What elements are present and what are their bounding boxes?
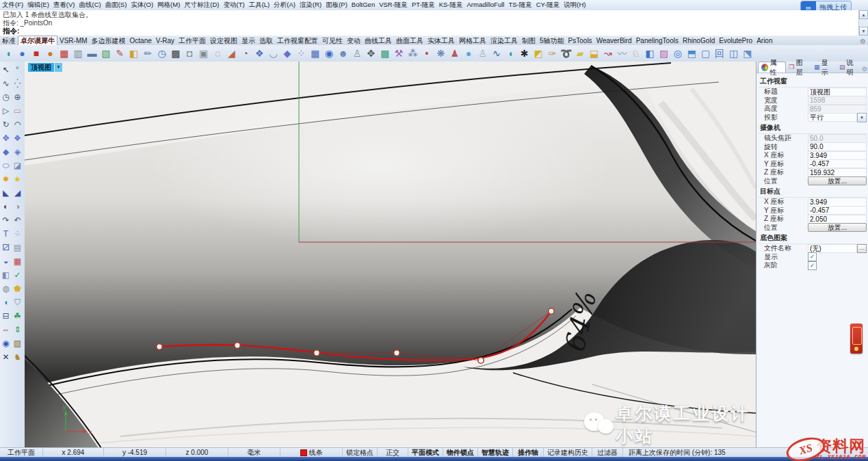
menu-item[interactable]: 查看(V)	[51, 1, 77, 10]
toolbar-tool-icon[interactable]: ⚒	[392, 47, 406, 60]
toolbar-tool-icon[interactable]: ⁘	[294, 47, 308, 60]
toolbar-tool-icon[interactable]: ▧	[99, 47, 113, 60]
menu-item[interactable]: 面板(P)	[324, 1, 350, 10]
palette-tool-icon[interactable]: ◆	[0, 145, 12, 159]
curve-control-point[interactable]	[157, 344, 162, 350]
palette-tool-icon[interactable]: ⬭	[0, 159, 12, 172]
palette-tool-icon[interactable]: ◧	[0, 268, 12, 282]
palette-tool-icon[interactable]: ▷	[0, 104, 12, 118]
menu-item[interactable]: 实体(O)	[129, 1, 155, 10]
toolbar-tool-icon[interactable]: ✥	[364, 47, 378, 60]
palette-tool-icon[interactable]: ◣	[0, 186, 12, 200]
curve-control-point[interactable]	[235, 343, 240, 348]
viewport-canvas[interactable]: 顶视图 ▾	[25, 62, 756, 448]
palette-tool-icon[interactable]: ⛉	[12, 295, 23, 309]
toolbar-tool-icon[interactable]: ▬	[85, 47, 98, 60]
toolbar-tool-icon[interactable]: ◔	[239, 47, 252, 60]
toolbar-tool-icon[interactable]: ❖	[252, 47, 266, 60]
menu-item[interactable]: 渲染(R)	[298, 1, 324, 10]
dropdown-arrow-icon[interactable]: ▾	[857, 113, 867, 122]
ribbon-tab[interactable]: PanelingTools	[634, 36, 681, 45]
ribbon-tab[interactable]: 制图	[520, 36, 538, 45]
status-toggle[interactable]: 记录建构历史	[544, 448, 592, 457]
ribbon-tab[interactable]: EvolutePro	[717, 36, 754, 45]
palette-tool-icon[interactable]: ▭	[12, 104, 23, 118]
toolbar-tool-icon[interactable]: ∿	[490, 47, 503, 60]
menu-item[interactable]: 分析(A)	[272, 1, 298, 10]
palette-tool-icon[interactable]: ⇔	[0, 323, 12, 337]
ribbon-tab[interactable]: 渲染工具	[488, 36, 520, 45]
toolbar-tool-icon[interactable]: ⬓	[587, 47, 601, 60]
palette-tool-icon[interactable]: ⇕	[12, 323, 23, 337]
panel-checkbox[interactable]: ✓	[808, 252, 817, 261]
menu-item[interactable]: 尺寸标注(D)	[182, 1, 221, 10]
menu-item[interactable]: 工具(L)	[247, 1, 272, 10]
place-button[interactable]: 放置...	[808, 176, 867, 185]
toolbar-tool-icon[interactable]: ⬒	[685, 47, 698, 60]
viewport-title[interactable]: 顶视图	[28, 63, 54, 72]
toolbar-tool-icon[interactable]: ▢	[699, 47, 713, 60]
palette-tool-icon[interactable]: ⚂	[0, 241, 12, 254]
panel-value-field[interactable]: (无)	[808, 244, 857, 253]
toolbar-tool-icon[interactable]: ▩	[378, 47, 392, 60]
toolbar-tool-icon[interactable]: ▦	[308, 47, 322, 60]
toolbar-tool-icon[interactable]: ♙	[350, 47, 364, 60]
menu-item[interactable]: TS-随意	[506, 1, 534, 10]
menu-item[interactable]: PT-随意	[410, 1, 437, 10]
palette-tool-icon[interactable]: ◷	[0, 90, 12, 104]
toolbar-tool-icon[interactable]: ◧	[127, 47, 141, 60]
ribbon-tab[interactable]: PsTools	[566, 36, 594, 45]
curve-control-point[interactable]	[549, 308, 554, 314]
panel-value-field[interactable]: 159.932	[808, 168, 867, 177]
menu-item[interactable]: CY-随意	[534, 1, 562, 10]
palette-tool-icon[interactable]: ✕	[0, 350, 12, 364]
menu-item[interactable]: 文件(F)	[0, 1, 25, 10]
status-toggle[interactable]: 过滤器	[592, 448, 623, 457]
panel-tab[interactable]: 属性	[758, 62, 786, 73]
status-toggle[interactable]: 操作轴	[513, 448, 544, 457]
palette-tool-icon[interactable]: ▧	[12, 337, 23, 350]
palette-tool-icon[interactable]: ♞	[12, 350, 23, 364]
toolbar-tool-icon[interactable]: ✏	[141, 47, 155, 60]
promo-banner-icon[interactable]	[850, 324, 863, 354]
toolbar-tool-icon[interactable]: ⬔	[741, 47, 754, 60]
toolbar-tool-icon[interactable]: ♘	[629, 47, 643, 60]
palette-tool-icon[interactable]: ◍	[0, 282, 12, 295]
ribbon-tab[interactable]: V-Ray	[154, 36, 176, 45]
toolbar-tool-icon[interactable]: ✱	[517, 47, 531, 60]
ribbon-tab[interactable]: 网格工具	[457, 36, 488, 45]
panel-value-field[interactable]: 90.0	[808, 142, 867, 151]
toolbar-tool-icon[interactable]: ◉	[322, 47, 336, 60]
panel-value-field[interactable]: -0.457	[808, 159, 867, 168]
palette-tool-icon[interactable]: ↻	[0, 118, 12, 131]
ribbon-tab[interactable]: 标准	[0, 36, 18, 45]
panel-value-field[interactable]: 3.949	[808, 198, 867, 207]
palette-tool-icon[interactable]: ◪	[12, 159, 23, 172]
palette-tool-icon[interactable]: ★	[12, 172, 23, 186]
palette-tool-icon[interactable]: ↶	[12, 213, 23, 227]
palette-tool-icon[interactable]: ◢	[12, 186, 23, 200]
toolbar-tool-icon[interactable]: ▦	[57, 47, 71, 60]
cplane-button[interactable]: 工作平面	[0, 448, 43, 457]
toolbar-tool-icon[interactable]: ■	[29, 47, 43, 60]
panel-value-field[interactable]: -0.457	[808, 206, 867, 215]
ribbon-tab[interactable]: 工作视窗配置	[275, 36, 320, 45]
palette-tool-icon[interactable]: ◒	[0, 254, 12, 268]
toolbar-tool-icon[interactable]: ✑	[545, 47, 559, 60]
panel-tab[interactable]: ❐ 图层	[786, 62, 811, 73]
panel-value-field[interactable]: 2.050	[808, 215, 867, 224]
panel-value-field[interactable]: 3.949	[808, 151, 867, 160]
panel-checkbox[interactable]: ✓	[808, 261, 817, 270]
palette-tool-icon[interactable]: ▦	[12, 254, 23, 268]
command-history[interactable]: 已加入 1 条曲线至选取集合。 指令: _PointsOn	[0, 10, 868, 29]
palette-tool-icon[interactable]: ◉	[0, 337, 12, 350]
panel-gear-icon[interactable]: ⚙	[862, 66, 867, 73]
ribbon-tab[interactable]: 曲面工具	[394, 36, 425, 45]
toolbar-tool-icon[interactable]: 〰	[615, 47, 629, 60]
toolbar-tool-icon[interactable]: ▣	[196, 47, 210, 60]
toolbar-tool-icon[interactable]: ◩	[531, 47, 545, 60]
units-indicator[interactable]: 毫米	[228, 448, 280, 457]
ribbon-tab[interactable]: 实体工具	[425, 36, 457, 45]
menu-item[interactable]: 网格(M)	[155, 1, 182, 10]
command-prompt[interactable]: 指令:	[0, 27, 868, 36]
